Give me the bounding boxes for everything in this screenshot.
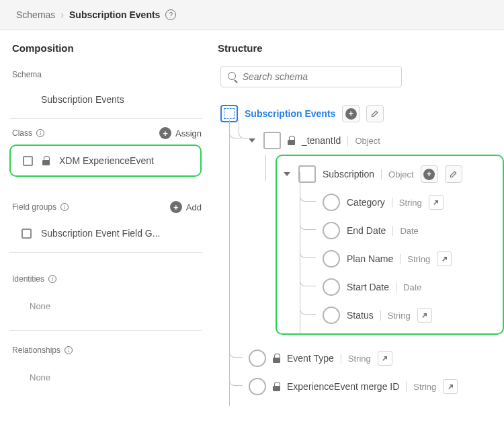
lock-icon <box>42 156 50 165</box>
external-link-icon <box>381 355 388 362</box>
field-row[interactable]: CategoryString <box>323 188 499 216</box>
field-groups-label: Field groups <box>12 202 56 212</box>
field-node-icon <box>323 250 340 268</box>
info-icon[interactable]: i <box>65 346 73 354</box>
field-row[interactable]: ExperienceEvent merge IDString <box>249 372 504 401</box>
field-name[interactable]: Status <box>347 310 374 321</box>
field-name[interactable]: Plan Name <box>347 253 393 264</box>
field-type: String <box>380 311 411 321</box>
field-type: Object <box>347 136 380 146</box>
open-field-button[interactable] <box>437 251 452 266</box>
expand-toggle[interactable] <box>249 138 255 143</box>
search-icon <box>228 72 237 82</box>
open-field-button[interactable] <box>429 195 444 210</box>
field-node-icon <box>249 350 266 367</box>
field-row[interactable]: Start DateDate <box>323 273 499 301</box>
field-node-icon <box>323 194 340 211</box>
field-name[interactable]: _tenantId <box>302 135 341 146</box>
field-name[interactable]: Category <box>347 197 385 208</box>
field-group-checkbox[interactable] <box>22 229 32 239</box>
object-node-icon[interactable] <box>263 132 281 149</box>
add-field-group-button[interactable]: + Add <box>170 201 202 213</box>
class-row[interactable]: XDM ExperienceEvent <box>11 146 200 175</box>
plus-icon: + <box>345 108 357 120</box>
edit-button[interactable] <box>366 105 384 122</box>
structure-title: Structure <box>215 42 504 54</box>
pencil-icon <box>450 170 458 178</box>
open-field-button[interactable] <box>378 351 392 366</box>
expand-toggle[interactable] <box>284 172 290 176</box>
field-name[interactable]: Start Date <box>347 282 389 292</box>
field-group-name: Subscription Event Field G... <box>41 228 160 239</box>
field-node-icon <box>323 307 340 324</box>
breadcrumb: Schemas › Subscription Events ? <box>0 0 504 30</box>
add-field-button[interactable]: + <box>421 165 438 183</box>
field-type: String <box>400 254 430 264</box>
field-type: String <box>341 354 371 364</box>
schema-name-row[interactable]: Subscription Events <box>9 85 202 114</box>
field-row[interactable]: StatusString <box>323 301 499 329</box>
field-node-icon <box>249 378 266 395</box>
external-link-icon <box>432 199 439 206</box>
add-field-button[interactable]: + <box>342 105 360 122</box>
plus-icon: + <box>170 201 182 213</box>
field-type: Object <box>381 169 414 179</box>
help-icon[interactable]: ? <box>165 9 176 20</box>
field-type: String <box>406 382 436 392</box>
pencil-icon <box>371 110 379 118</box>
breadcrumb-current: Subscription Events <box>69 9 160 20</box>
external-link-icon <box>441 255 448 263</box>
class-checkbox[interactable] <box>23 156 33 166</box>
breadcrumb-parent[interactable]: Schemas <box>16 9 55 20</box>
field-name[interactable]: Event Type <box>287 353 334 364</box>
identities-label: Identities <box>12 274 44 284</box>
external-link-icon <box>447 383 454 391</box>
edit-button[interactable] <box>445 165 462 183</box>
field-node-icon <box>323 222 340 239</box>
lock-icon <box>288 136 295 145</box>
field-row[interactable]: End DateDate <box>323 216 499 245</box>
info-icon[interactable]: i <box>60 203 69 211</box>
lock-icon <box>273 354 280 363</box>
field-name[interactable]: ExperienceEvent merge ID <box>287 381 399 392</box>
structure-panel: Structure Subscription Events + <box>215 30 504 414</box>
field-node-icon <box>323 278 340 296</box>
external-link-icon <box>421 312 428 319</box>
composition-panel: Composition Schema Subscription Events C… <box>0 30 215 414</box>
field-row[interactable]: Event TypeString <box>249 344 504 372</box>
field-type: Date <box>392 226 418 236</box>
field-name[interactable]: Subscription <box>323 169 374 179</box>
schema-name: Subscription Events <box>41 94 124 105</box>
plus-icon: + <box>159 127 171 139</box>
lock-icon <box>273 382 280 391</box>
schema-section-label: Schema <box>12 70 42 79</box>
identities-none: None <box>9 289 202 326</box>
info-icon[interactable]: i <box>36 129 44 137</box>
open-field-button[interactable] <box>417 308 432 323</box>
composition-title: Composition <box>9 42 202 54</box>
plus-icon: + <box>423 169 435 180</box>
open-field-button[interactable] <box>443 379 458 394</box>
class-name: XDM ExperienceEvent <box>59 155 154 166</box>
field-type: String <box>392 198 422 208</box>
assign-class-button[interactable]: + Assign <box>159 127 202 139</box>
field-type: Date <box>396 282 421 292</box>
info-icon[interactable]: i <box>48 275 56 283</box>
class-section-label: Class <box>12 128 32 138</box>
field-name[interactable]: End Date <box>347 225 386 236</box>
search-field[interactable] <box>243 71 394 82</box>
relationships-label: Relationships <box>12 346 60 355</box>
relationships-none: None <box>9 360 202 397</box>
field-group-row[interactable]: Subscription Event Field G... <box>9 218 202 248</box>
field-row[interactable]: Plan NameString <box>323 245 499 273</box>
search-input[interactable] <box>220 66 402 87</box>
schema-root-label[interactable]: Subscription Events <box>245 108 335 119</box>
